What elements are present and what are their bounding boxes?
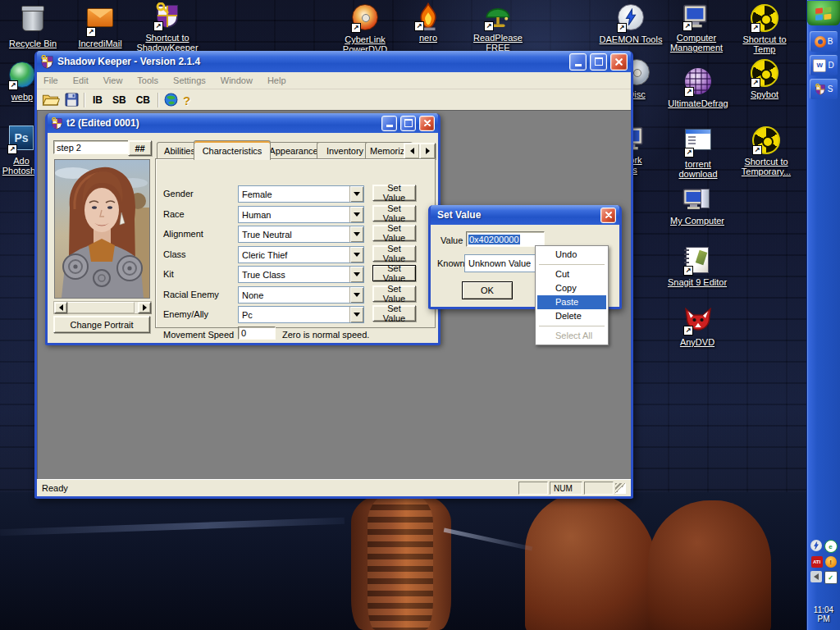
ati-tray-icon[interactable]: ATI (811, 556, 823, 568)
selected-text: 0x40200000 (468, 235, 520, 244)
title-bar[interactable]: Shadow Keeper - Version 2.1.4 (37, 51, 631, 72)
scheduler-tray-icon[interactable]: ✓ (824, 571, 838, 584)
set-value-button-enemy-ally[interactable]: Set Value (372, 305, 416, 322)
portrait-scrollbar[interactable] (53, 301, 152, 314)
scroll-right-button[interactable] (138, 302, 151, 313)
menu-item-undo[interactable]: Undo (537, 248, 606, 262)
class-combo[interactable]: Cleric Thief (238, 246, 364, 263)
class-label: Class (163, 249, 186, 259)
tab-scroll-left-button[interactable] (404, 143, 420, 159)
globe-button[interactable] (164, 93, 178, 108)
racial-enemy-combo[interactable]: None (238, 286, 364, 304)
enemy-ally-combo[interactable]: Pc (238, 306, 364, 323)
help-icon[interactable]: ? (183, 94, 190, 107)
cb-button[interactable]: CB (134, 94, 153, 107)
maximize-button[interactable] (400, 116, 416, 131)
desktop: Recycle Bin IncrediMail Shortcut to Shad… (0, 0, 840, 630)
set-value-button-racial-enemy[interactable]: Set Value (372, 285, 416, 302)
alignment-combo[interactable]: True Neutral (238, 226, 364, 243)
gender-combo[interactable]: Female (238, 185, 364, 203)
green-e-tray-icon[interactable]: e (824, 540, 838, 553)
menu-tools[interactable]: Tools (137, 75, 158, 85)
chevron-down-icon[interactable] (349, 267, 363, 282)
taskbar-button-firefox[interactable]: B (810, 31, 838, 52)
taskbar-button-word[interactable]: W D (810, 55, 838, 75)
ib-button[interactable]: IB (90, 94, 105, 107)
minimize-button[interactable] (569, 53, 587, 71)
menu-view[interactable]: View (103, 75, 123, 85)
tab-characteristics[interactable]: Characteristics (194, 140, 271, 160)
chevron-down-icon[interactable] (349, 307, 363, 322)
set-value-button-kit[interactable]: Set Value (372, 265, 416, 281)
scrollbar-thumb[interactable] (67, 302, 135, 313)
open-file-button[interactable] (42, 93, 60, 108)
save-button[interactable] (65, 93, 79, 108)
chevron-down-icon[interactable] (349, 287, 363, 303)
alert-tray-icon[interactable]: ! (825, 556, 837, 568)
desktop-icon-readplease[interactable]: ReadPlease FREE (463, 2, 532, 52)
movement-speed-input[interactable] (238, 326, 276, 340)
volume-tray-icon[interactable] (810, 571, 822, 582)
menu-bar: File Edit View Tools Settings Window Hel… (37, 72, 631, 89)
toolbar-separator (84, 93, 85, 107)
menu-settings[interactable]: Settings (173, 75, 206, 85)
desktop-icon-spybot[interactable]: Spybot (733, 57, 797, 99)
resize-grip[interactable] (615, 483, 626, 494)
close-button[interactable] (600, 208, 616, 223)
desktop-icon-ultimatedefrag[interactable]: UltimateDefrag (661, 67, 735, 108)
shield-icon (153, 2, 181, 30)
tab-appearance[interactable]: Appearance (262, 142, 325, 159)
value-input[interactable]: 0x40200000 (466, 231, 545, 247)
maximize-button[interactable] (590, 53, 607, 71)
ok-button[interactable]: OK (462, 281, 513, 299)
desktop-icon-recycle-bin[interactable]: Recycle Bin (0, 5, 66, 48)
chevron-down-icon[interactable] (349, 207, 363, 222)
desktop-icon-incredimail[interactable]: IncrediMail (67, 2, 133, 48)
minimize-button[interactable] (381, 116, 397, 131)
menu-item-select-all[interactable]: Select All (537, 329, 606, 343)
desktop-icon-my-computer[interactable]: My Computer (656, 185, 738, 226)
menu-edit[interactable]: Edit (73, 75, 89, 85)
set-value-button-alignment[interactable]: Set Value (372, 225, 416, 241)
menu-item-delete[interactable]: Delete (537, 309, 606, 323)
scroll-left-button[interactable] (54, 302, 67, 313)
desktop-icon-snagit[interactable]: Snagit 9 Editor (655, 245, 740, 287)
desktop-icon-computer-management[interactable]: Computer Management (661, 2, 732, 52)
desktop-icon-anydvd[interactable]: AnyDVD (661, 307, 733, 347)
race-combo[interactable]: Human (238, 206, 364, 223)
close-button[interactable] (610, 53, 628, 71)
taskbar-button-shadowkeeper[interactable]: S (810, 79, 838, 99)
set-value-button-class[interactable]: Set Value (372, 245, 416, 262)
desktop-icon-torrent-download[interactable]: torrent download (661, 125, 735, 179)
character-title-bar[interactable]: t2 (Edited 0001) (48, 113, 438, 133)
chevron-down-icon[interactable] (349, 186, 363, 202)
character-name-input[interactable] (53, 140, 129, 154)
menu-item-cut[interactable]: Cut (537, 267, 606, 281)
dialog-title-bar[interactable]: Set Value (431, 205, 619, 225)
change-portrait-button[interactable]: Change Portrait (53, 316, 150, 333)
edit-context-menu: Undo Cut Copy Paste Delete Select All (535, 245, 609, 345)
set-value-button-gender[interactable]: Set Value (372, 185, 416, 201)
kit-combo[interactable]: True Class (238, 266, 364, 283)
set-value-button-race[interactable]: Set Value (372, 205, 416, 221)
sb-button[interactable]: SB (110, 94, 129, 107)
menu-help[interactable]: Help (267, 75, 286, 85)
known-label: Known (437, 258, 465, 268)
menu-item-copy[interactable]: Copy (537, 281, 606, 295)
desktop-icon-shortcut-temp[interactable]: Shortcut to Temp (730, 2, 799, 54)
daemon-tools-tray-icon[interactable] (810, 540, 822, 551)
menu-window[interactable]: Window (221, 75, 253, 85)
menu-item-paste[interactable]: Paste (537, 295, 606, 309)
close-button[interactable] (419, 116, 435, 131)
hash-button[interactable]: ## (128, 140, 152, 156)
tab-scroll-right-button[interactable] (419, 143, 436, 159)
chevron-down-icon[interactable] (349, 247, 363, 262)
desktop-icon-cyberlink-powerdvd[interactable]: CyberLink PowerDVD (331, 2, 399, 54)
desktop-icon-daemon-tools[interactable]: DAEMON Tools (593, 2, 669, 44)
menu-file[interactable]: File (43, 75, 58, 85)
desktop-icon-shadowkeeper-shortcut[interactable]: Shortcut to ShadowKeeper (133, 2, 202, 52)
desktop-icon-nero[interactable]: nero (399, 2, 457, 43)
desktop-icon-shortcut-temporary[interactable]: Shortcut to Temporary... (730, 125, 802, 176)
start-button[interactable] (807, 1, 840, 25)
chevron-down-icon[interactable] (349, 226, 363, 242)
